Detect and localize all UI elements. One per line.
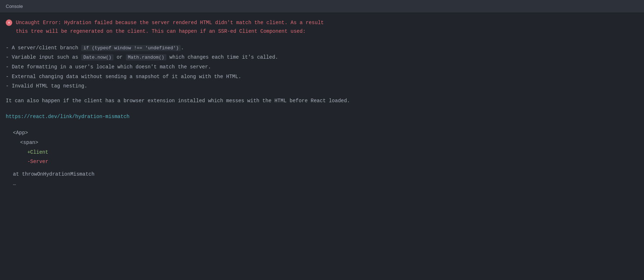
list-item-2-text-after: which changes each time it's called. [166, 54, 278, 60]
list-item-4: - External changing data without sending… [6, 72, 638, 82]
console-window: Console Uncaught Error: Hydration failed… [0, 0, 644, 280]
error-main-message: Uncaught Error: Hydration failed because… [16, 19, 638, 36]
console-body: Uncaught Error: Hydration failed because… [0, 13, 644, 280]
stack-client-label: Client [30, 148, 48, 157]
list-item-3: - Date formatting in a user's locale whi… [6, 62, 638, 72]
list-item-1: - A server/client branch if (typeof wind… [6, 43, 638, 53]
stack-ellipsis: … [13, 179, 638, 189]
stack-at-line: at throwOnHydrationMismatch [13, 170, 638, 179]
stack-span-tag: <span> [13, 138, 638, 148]
list-item-2-text-before: - Variable input such as [6, 54, 81, 60]
list-item-5: - Invalid HTML tag nesting. [6, 81, 638, 91]
list-item-4-text: - External changing data without sending… [6, 74, 241, 80]
list-item-2-code1: Date.now() [81, 54, 114, 60]
list-item-1-text-before: - A server/client branch [6, 45, 81, 51]
hydration-link[interactable]: https://react.dev/link/hydration-mismatc… [6, 113, 638, 121]
console-title: Console [6, 4, 23, 9]
error-circle-icon [6, 19, 12, 26]
stack-app-tag: <App> [13, 128, 638, 138]
additional-paragraph: It can also happen if the client has a b… [6, 97, 638, 105]
stack-removed-line: - Server [13, 157, 638, 167]
minus-sign: - [13, 157, 27, 167]
stack-at-text: at throwOnHydrationMismatch [13, 171, 95, 177]
list-item-1-text-after: . [181, 45, 184, 51]
stack-trace: <App> <span> + Client - Server at throwO… [6, 128, 638, 189]
list-item-2: - Variable input such as Date.now() or M… [6, 53, 638, 62]
plus-sign: + [13, 148, 27, 157]
console-header: Console [0, 0, 644, 13]
list-item-2-code2: Math.random() [126, 54, 166, 60]
list-item-1-code: if (typeof window !== 'undefined') [81, 45, 181, 51]
error-block: Uncaught Error: Hydration failed because… [6, 19, 638, 36]
stack-server-label: Server [30, 157, 48, 167]
list-item-5-text: - Invalid HTML tag nesting. [6, 83, 87, 89]
list-item-2-text-middle: or [114, 54, 126, 60]
list-item-3-text: - Date formatting in a user's locale whi… [6, 64, 211, 70]
error-text-block: Uncaught Error: Hydration failed because… [16, 19, 638, 36]
error-list: - A server/client branch if (typeof wind… [6, 43, 638, 189]
stack-added-line: + Client [13, 148, 638, 157]
